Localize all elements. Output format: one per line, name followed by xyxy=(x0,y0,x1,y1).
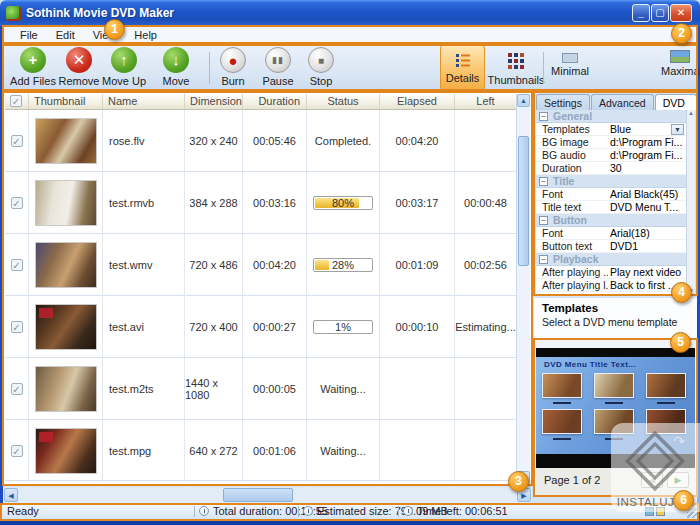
dropdown-icon[interactable]: ▼ xyxy=(671,124,684,135)
annotation-3: 3 xyxy=(508,471,529,492)
scroll-left-button[interactable]: ◀ xyxy=(4,488,18,502)
prop-button-text[interactable]: Button textDVD1 xyxy=(536,240,695,253)
video-thumbnail xyxy=(35,180,97,226)
dvd-menu-preview[interactable]: DVD Menu Title Text... ↷ xyxy=(536,357,695,454)
move-up-button[interactable]: ↑ Move Up xyxy=(101,47,147,88)
table-row[interactable]: ✓ test.rmvb 384 x 288 00:03:16 80% 00:03… xyxy=(5,172,516,234)
cell-name: test.avi xyxy=(103,296,185,358)
thumbnails-view-button[interactable]: Thumbnails xyxy=(487,47,545,88)
add-icon: + xyxy=(20,47,46,73)
prop-after-playing[interactable]: After playing ...Play next video xyxy=(536,266,695,279)
templates-subtitle: Select a DVD menu template xyxy=(542,316,697,328)
horizontal-scrollbar[interactable]: ◀ ▶ xyxy=(3,487,532,503)
pause-button[interactable]: ▮▮ Pause xyxy=(257,47,299,88)
cell-dimension: 1440 x 1080 xyxy=(185,358,243,420)
cell-name: test.m2ts xyxy=(103,358,185,420)
cell-status: Waiting... xyxy=(307,420,380,482)
section-title[interactable]: −Title xyxy=(536,175,695,188)
scrollbar-thumb[interactable] xyxy=(518,136,529,266)
prop-title-font[interactable]: FontArial Black(45) xyxy=(536,188,695,201)
progress-bar: 28% xyxy=(313,258,373,272)
section-general[interactable]: −General xyxy=(536,110,695,123)
row-checkbox[interactable]: ✓ xyxy=(11,383,23,395)
tab-bar: Settings Advanced DVD Menu xyxy=(536,94,695,110)
row-checkbox[interactable]: ✓ xyxy=(11,135,23,147)
cell-left: Estimating... xyxy=(455,296,516,358)
app-icon xyxy=(6,6,21,21)
scroll-up-button[interactable]: ▲ xyxy=(517,94,530,107)
section-button[interactable]: −Button xyxy=(536,214,695,227)
row-checkbox[interactable]: ✓ xyxy=(11,197,23,209)
arrow-down-icon: ↓ xyxy=(163,47,189,73)
row-checkbox[interactable]: ✓ xyxy=(11,259,23,271)
row-checkbox[interactable]: ✓ xyxy=(11,445,23,457)
section-playback[interactable]: −Playback xyxy=(536,253,695,266)
collapse-icon[interactable]: − xyxy=(539,216,548,225)
next-page-button[interactable]: ▶ xyxy=(667,472,689,488)
add-files-button[interactable]: + Add Files xyxy=(9,47,57,88)
window-title: Sothink Movie DVD Maker xyxy=(26,6,174,20)
collapse-icon[interactable]: − xyxy=(539,112,548,121)
preview-letterbox-bottom xyxy=(536,454,695,468)
menu-edit[interactable]: Edit xyxy=(47,28,84,42)
col-dimension[interactable]: Dimension xyxy=(185,94,243,109)
maximize-button[interactable]: ▢ xyxy=(651,4,669,22)
cell-dimension: 384 x 288 xyxy=(185,172,243,234)
col-thumbnail[interactable]: Thumbnail xyxy=(29,94,103,109)
menu-help[interactable]: Help xyxy=(125,28,166,42)
close-button[interactable]: ✕ xyxy=(670,4,692,22)
scrollbar-thumb[interactable] xyxy=(223,488,293,502)
table-row[interactable]: ✓ test.m2ts 1440 x 1080 00:00:05 Waiting… xyxy=(5,358,516,420)
remove-button[interactable]: ✕ Remove xyxy=(57,47,101,88)
arrow-up-icon: ↑ xyxy=(111,47,137,73)
cell-left: 00:02:56 xyxy=(455,234,516,296)
prop-duration[interactable]: Duration30 xyxy=(536,162,695,175)
col-elapsed[interactable]: Elapsed xyxy=(380,94,455,109)
next-page-arrow-icon: ↷ xyxy=(673,433,685,449)
menu-file[interactable]: File xyxy=(11,28,47,42)
cell-left: 00:00:48 xyxy=(455,172,516,234)
move-down-button[interactable]: ↓ Move Down xyxy=(147,47,205,88)
settings-panel: Settings Advanced DVD Menu −General Temp… xyxy=(534,92,697,296)
col-left[interactable]: Left xyxy=(455,94,516,109)
burn-button[interactable]: ● Burn xyxy=(213,47,253,88)
cell-duration: 00:04:20 xyxy=(243,234,307,296)
menu-thumbnail xyxy=(646,409,686,434)
tray-icon xyxy=(656,507,665,516)
collapse-icon[interactable]: − xyxy=(539,255,548,264)
prop-bg-image[interactable]: BG imaged:\Program Fi... xyxy=(536,136,695,149)
size-icon xyxy=(303,506,313,516)
stop-button[interactable]: ■ Stop xyxy=(301,47,341,88)
tab-dvd-menu[interactable]: DVD Menu xyxy=(655,94,697,110)
tab-advanced[interactable]: Advanced xyxy=(591,94,654,110)
annotation-5: 5 xyxy=(670,332,691,353)
table-row[interactable]: ✓ rose.flv 320 x 240 00:05:46 Completed.… xyxy=(5,110,516,172)
row-checkbox[interactable]: ✓ xyxy=(11,321,23,333)
remove-icon: ✕ xyxy=(66,47,92,73)
thumbnails-icon xyxy=(507,52,525,70)
duration-icon xyxy=(199,506,209,516)
table-row[interactable]: ✓ test.avi 720 x 400 00:00:27 1% 00:00:1… xyxy=(5,296,516,358)
grid-scrollbar[interactable]: ▲▼ xyxy=(686,110,695,294)
prev-page-button[interactable]: ◀ xyxy=(641,472,663,488)
template-preview: DVD Menu Title Text... ↷ Page 1 of 2 ◀ ▶ xyxy=(534,339,697,497)
vertical-scrollbar[interactable]: ▲ ▼ xyxy=(516,94,530,484)
table-row[interactable]: ✓ test.mpg 640 x 272 00:01:06 Waiting... xyxy=(5,420,516,481)
prop-templates[interactable]: TemplatesBlue▼ xyxy=(536,123,695,136)
prop-bg-audio[interactable]: BG audiod:\Program Fi... xyxy=(536,149,695,162)
cell-elapsed xyxy=(380,420,455,482)
col-name[interactable]: Name xyxy=(103,94,185,109)
select-all-checkbox[interactable]: ✓ xyxy=(10,95,22,107)
minimize-button[interactable]: _ xyxy=(632,4,650,22)
collapse-icon[interactable]: − xyxy=(539,177,548,186)
table-row[interactable]: ✓ test.wmv 720 x 486 00:04:20 28% 00:01:… xyxy=(5,234,516,296)
prop-button-font[interactable]: FontArial(18) xyxy=(536,227,695,240)
tab-settings[interactable]: Settings xyxy=(536,94,590,110)
col-status[interactable]: Status xyxy=(307,94,380,109)
details-view-button[interactable]: Details xyxy=(440,45,485,90)
annotation-2: 2 xyxy=(671,23,692,44)
col-duration[interactable]: Duration xyxy=(243,94,307,109)
menu-thumbnail xyxy=(594,373,634,398)
prop-title-text[interactable]: Title textDVD Menu T... xyxy=(536,201,695,214)
cell-duration: 00:05:46 xyxy=(243,110,307,172)
